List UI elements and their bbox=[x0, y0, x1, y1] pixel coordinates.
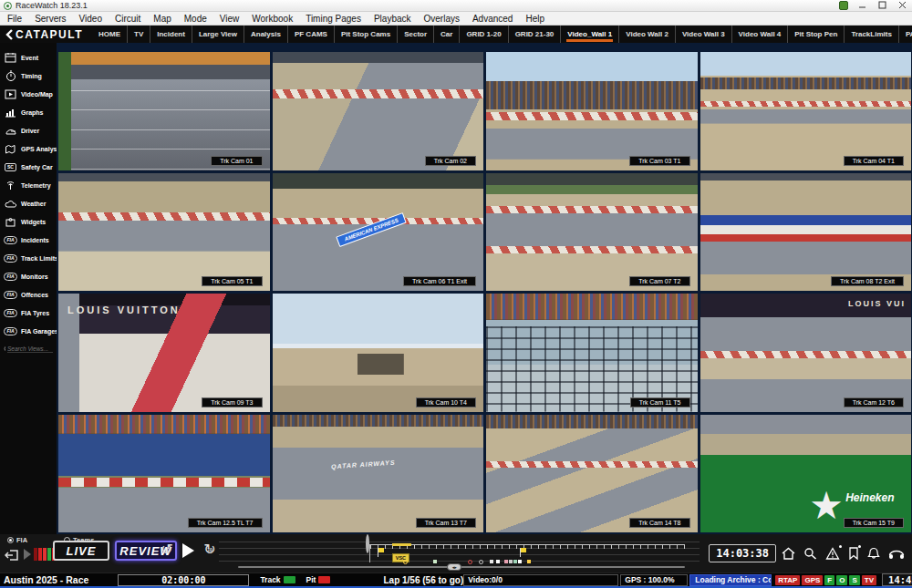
menu-file[interactable]: File bbox=[7, 14, 22, 24]
video-wall-grid: Trk Cam 01 Trk Cam 02 Trk Cam 03 T1 Trk … bbox=[57, 43, 912, 534]
event-marker bbox=[518, 560, 522, 563]
tab-pit-stop-pen[interactable]: Pit Stop Pen bbox=[787, 26, 844, 43]
tab-page-17[interactable]: PAGE 17 bbox=[898, 26, 912, 43]
fia-badge-icon: FIA bbox=[4, 327, 17, 335]
camera-feed-05[interactable]: Trk Cam 05 T1 bbox=[58, 173, 270, 292]
tab-tv[interactable]: TV bbox=[127, 26, 150, 43]
sidebar-item-offences[interactable]: FIA Offences bbox=[0, 285, 57, 304]
sidebar-item-driver[interactable]: Driver bbox=[0, 121, 57, 139]
camera-feed-16[interactable]: ★ Heineken Trk Cam 15 T9 bbox=[700, 415, 912, 533]
playback-clock: 14:03:38 bbox=[709, 544, 776, 562]
skip-forward-10-icon[interactable]: ↻10 bbox=[202, 542, 218, 558]
menu-overlays[interactable]: Overlays bbox=[424, 14, 460, 24]
bell-icon[interactable] bbox=[867, 547, 880, 560]
event-marker bbox=[468, 560, 472, 564]
tab-sector[interactable]: Sector bbox=[397, 26, 433, 43]
minimize-button[interactable] bbox=[857, 1, 868, 10]
archive-loading-status: Loading Archive : Complete bbox=[689, 574, 772, 586]
tab-large-view[interactable]: Large View bbox=[192, 26, 244, 43]
tab-pf-cams[interactable]: PF CAMS bbox=[287, 26, 334, 43]
sidebar-item-widgets[interactable]: Widgets bbox=[0, 212, 57, 231]
sidebar-item-monitors[interactable]: FIA Monitors bbox=[0, 267, 57, 285]
camera-feed-11[interactable]: Trk Cam 11 T5 bbox=[486, 294, 698, 412]
camera-feed-06[interactable]: AMERICAN EXPRESS Trk Cam 06 T1 Exit bbox=[273, 173, 484, 292]
camera-feed-04[interactable]: Trk Cam 04 T1 bbox=[700, 52, 912, 170]
tab-car[interactable]: Car bbox=[433, 26, 459, 43]
camera-feed-01[interactable]: Trk Cam 01 bbox=[58, 52, 270, 170]
menu-video[interactable]: Video bbox=[79, 14, 102, 24]
sidebar-item-graphs[interactable]: Graphs bbox=[0, 103, 57, 121]
menu-servers[interactable]: Servers bbox=[35, 14, 66, 24]
skip-back-10-icon[interactable]: ↺10 bbox=[159, 542, 175, 558]
qatar-airways-track-branding: QATAR AIRWAYS bbox=[331, 459, 396, 470]
radio-fia[interactable]: FIA bbox=[7, 536, 27, 544]
louis-vuitton-banner: LOUIS VUITTON bbox=[67, 304, 181, 315]
tab-grid-21-30[interactable]: GRID 21-30 bbox=[508, 26, 561, 43]
sidebar-item-event[interactable]: Event bbox=[0, 48, 57, 67]
app-icon bbox=[4, 2, 12, 10]
tab-video-wall-2[interactable]: Video Wall 2 bbox=[618, 26, 675, 43]
camera-feed-15[interactable]: Trk Cam 14 T8 bbox=[486, 415, 698, 533]
sidebar-item-incidents[interactable]: FIA Incidents bbox=[0, 231, 57, 249]
camera-feed-03[interactable]: Trk Cam 03 T1 bbox=[486, 52, 698, 170]
tab-home[interactable]: HOME bbox=[92, 26, 127, 43]
sidebar-item-video-map[interactable]: Video/Map bbox=[0, 85, 57, 103]
camera-feed-08[interactable]: Trk Cam 08 T2 Exit bbox=[700, 173, 912, 292]
flag-bookmark-icon[interactable] bbox=[848, 547, 859, 560]
camera-feed-10[interactable]: Trk Cam 10 T4 bbox=[273, 294, 484, 412]
racewatch-window: RaceWatch 18.23.1 File Servers Video Cir… bbox=[0, 0, 912, 588]
camera-label: Trk Cam 03 T1 bbox=[629, 156, 689, 166]
menu-view[interactable]: View bbox=[220, 14, 240, 24]
scrubber-track[interactable] bbox=[238, 566, 685, 568]
menu-map[interactable]: Map bbox=[153, 14, 171, 24]
exit-icon[interactable] bbox=[5, 549, 19, 562]
session-timeline[interactable]: VSC ◂▸ bbox=[219, 536, 700, 571]
tab-video-wall-4[interactable]: Video Wall 4 bbox=[731, 26, 788, 43]
track-status-label: Track bbox=[260, 575, 280, 584]
menu-circuit[interactable]: Circuit bbox=[115, 14, 140, 24]
scrubber-handle[interactable]: ◂▸ bbox=[447, 563, 461, 571]
fia-badge-icon: FIA bbox=[4, 254, 17, 263]
headset-icon[interactable] bbox=[888, 548, 905, 560]
camera-feed-07[interactable]: Trk Cam 07 T2 bbox=[486, 173, 698, 292]
menu-workbook[interactable]: Workbook bbox=[252, 14, 293, 24]
camera-feed-02[interactable]: Trk Cam 02 bbox=[273, 52, 484, 170]
sidebar-item-weather[interactable]: Weather bbox=[0, 194, 57, 212]
sidebar-item-gps-analysis[interactable]: GPS Analysis bbox=[0, 139, 57, 158]
menu-advanced[interactable]: Advanced bbox=[472, 14, 513, 24]
yellow-flag-marker[interactable] bbox=[378, 548, 384, 557]
sidebar-item-timing[interactable]: Timing bbox=[0, 67, 57, 85]
yellow-flag-marker[interactable] bbox=[520, 548, 526, 557]
sidebar-item-fia-garages[interactable]: FIA FIA Garages bbox=[0, 322, 57, 340]
camera-feed-09[interactable]: LOUIS VUITTON Trk Cam 09 T3 bbox=[58, 294, 270, 412]
search-icon[interactable] bbox=[803, 547, 817, 560]
menu-playback[interactable]: Playback bbox=[374, 14, 411, 24]
chevron-left-icon bbox=[5, 29, 14, 40]
menu-help[interactable]: Help bbox=[525, 14, 544, 24]
home-icon[interactable] bbox=[782, 547, 795, 560]
incident-warning-icon[interactable] bbox=[825, 547, 840, 560]
search-views-input[interactable] bbox=[7, 346, 53, 353]
tab-grid-1-20[interactable]: GRID 1-20 bbox=[459, 26, 507, 43]
sidebar-item-safety-car[interactable]: SC Safety Car bbox=[0, 158, 57, 176]
tab-video-wall-3[interactable]: Video Wall 3 bbox=[675, 26, 731, 43]
maximize-button[interactable] bbox=[877, 1, 888, 10]
camera-feed-14[interactable]: QATAR AIRWAYS Trk Cam 13 T7 bbox=[273, 415, 484, 533]
heineken-track-branding: Heineken bbox=[845, 491, 894, 504]
sidebar-item-fia-tyres[interactable]: FIA FIA Tyres bbox=[0, 304, 57, 322]
menu-mode[interactable]: Mode bbox=[184, 14, 207, 24]
timeline-playhead[interactable] bbox=[366, 536, 375, 563]
live-button[interactable]: LIVE bbox=[53, 541, 109, 561]
play-icon[interactable] bbox=[182, 543, 194, 558]
tab-video-wall-1[interactable]: Video_Wall 1 bbox=[560, 26, 618, 43]
tab-tracklimits[interactable]: TrackLimits bbox=[844, 26, 897, 43]
close-button[interactable] bbox=[897, 1, 908, 10]
menu-timing-pages[interactable]: Timing Pages bbox=[306, 14, 361, 24]
sidebar-item-track-limits[interactable]: FIA Track Limits bbox=[0, 249, 57, 267]
sidebar-item-telemetry[interactable]: Telemetry bbox=[0, 176, 57, 194]
tab-analysis[interactable]: Analysis bbox=[244, 26, 287, 43]
camera-feed-12[interactable]: LOUIS VUI Trk Cam 12 T6 bbox=[700, 294, 912, 412]
camera-feed-13[interactable]: Trk Cam 12.5 TL T7 bbox=[58, 415, 270, 533]
tab-pit-stop-cams[interactable]: Pit Stop Cams bbox=[334, 26, 397, 43]
tab-incident[interactable]: Incident bbox=[150, 26, 192, 43]
